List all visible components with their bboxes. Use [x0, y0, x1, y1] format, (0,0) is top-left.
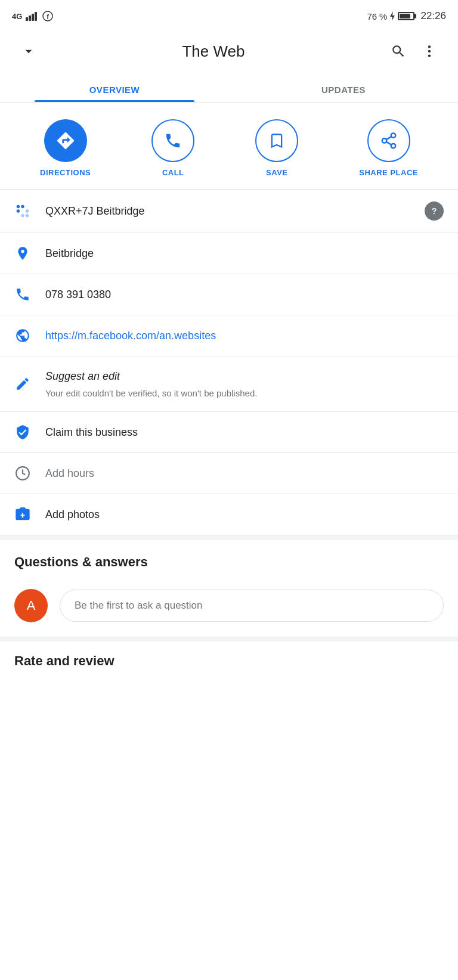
chevron-down-icon [21, 44, 36, 59]
directions-button[interactable]: DIRECTIONS [40, 119, 91, 177]
clock-svg [15, 466, 30, 481]
network-indicator: 4G [12, 12, 22, 21]
add-hours-text: Add hours [45, 466, 444, 482]
camera-plus-icon [14, 506, 31, 523]
section-divider-2 [0, 637, 458, 641]
location-icon [14, 245, 31, 262]
location-svg [15, 246, 30, 261]
top-bar: The Web [0, 31, 458, 75]
add-photos-text: Add photos [45, 507, 444, 523]
shield-check-icon [14, 424, 31, 441]
status-left: 4G f [12, 11, 53, 21]
info-list: QXXR+7J Beitbridge ? Beitbridge 078 391 … [0, 190, 458, 535]
questions-section: Questions & answers A [0, 540, 458, 637]
edit-svg [15, 376, 30, 392]
share-icon [380, 132, 398, 150]
qa-row: A [0, 579, 458, 637]
location-row[interactable]: Beitbridge [0, 233, 458, 274]
share-label: SHARE PLACE [359, 168, 418, 177]
battery-label: % [379, 11, 387, 21]
phone-icon [14, 286, 31, 303]
phone-text-block: 078 391 0380 [45, 287, 444, 303]
action-row: DIRECTIONS CALL SAVE SH [0, 103, 458, 190]
battery-icon [398, 12, 414, 20]
web-icon [14, 327, 31, 344]
avatar: A [14, 589, 48, 622]
save-button[interactable]: SAVE [255, 119, 298, 177]
svg-point-12 [391, 144, 395, 148]
phone-row[interactable]: 078 391 0380 [0, 274, 458, 315]
ask-question-input[interactable] [60, 590, 444, 622]
svg-point-7 [428, 45, 431, 48]
battery-percent: 76 [367, 11, 377, 21]
svg-point-17 [17, 209, 20, 212]
call-button[interactable]: CALL [151, 119, 194, 177]
add-photos-row[interactable]: Add photos [0, 494, 458, 535]
time: 22:26 [420, 10, 446, 22]
add-hours-row[interactable]: Add hours [0, 453, 458, 494]
svg-point-10 [391, 134, 395, 138]
add-hours-text-block: Add hours [45, 466, 444, 482]
claim-business-text-block: Claim this business [45, 424, 444, 441]
share-circle [367, 119, 410, 162]
signal-icon [26, 11, 39, 21]
claim-business-row[interactable]: Claim this business [0, 412, 458, 453]
phone-svg [15, 287, 30, 302]
edit-icon [14, 376, 31, 392]
svg-point-8 [428, 50, 431, 52]
bookmark-icon [268, 132, 285, 149]
svg-rect-3 [35, 12, 37, 21]
add-photos-text-block: Add photos [45, 507, 444, 523]
svg-text:f: f [47, 13, 49, 20]
back-button[interactable] [14, 37, 43, 66]
plus-code-row[interactable]: QXXR+7J Beitbridge ? [0, 190, 458, 233]
svg-point-16 [21, 205, 24, 208]
svg-point-20 [26, 214, 29, 217]
charging-icon [389, 11, 395, 21]
plus-code-text: QXXR+7J Beitbridge [45, 203, 410, 219]
svg-point-19 [21, 214, 24, 217]
rate-section: Rate and review [0, 641, 458, 678]
svg-point-9 [428, 54, 431, 57]
svg-line-14 [386, 137, 391, 139]
website-row[interactable]: https://m.facebook.com/an.websites [0, 315, 458, 356]
share-place-button[interactable]: SHARE PLACE [359, 119, 418, 177]
suggest-edit-text: Suggest an edit [45, 368, 444, 384]
svg-line-13 [386, 142, 391, 145]
location-text-block: Beitbridge [45, 246, 444, 262]
camera-plus-svg [14, 506, 31, 523]
more-options-button[interactable] [415, 37, 444, 66]
fb-icon: f [42, 11, 53, 21]
location-text: Beitbridge [45, 246, 444, 262]
search-icon [391, 44, 406, 59]
svg-rect-0 [26, 17, 28, 21]
shield-svg [15, 424, 30, 440]
plus-code-icon [14, 203, 31, 219]
suggest-edit-text-block: Suggest an edit Your edit couldn't be ve… [45, 368, 444, 399]
call-circle [151, 119, 194, 162]
directions-label: DIRECTIONS [40, 168, 91, 177]
page-title: The Web [43, 42, 384, 61]
plus-code-text-block: QXXR+7J Beitbridge [45, 203, 410, 219]
save-label: SAVE [266, 168, 287, 177]
help-icon[interactable]: ? [425, 201, 444, 221]
questions-header: Questions & answers [0, 540, 458, 579]
svg-point-15 [17, 205, 20, 208]
svg-rect-1 [29, 15, 31, 21]
status-bar: 4G f 76 % 22:26 [0, 0, 458, 31]
tab-bar: OVERVIEW UPDATES [0, 75, 458, 103]
svg-point-11 [382, 138, 386, 143]
website-text-block: https://m.facebook.com/an.websites [45, 328, 444, 344]
tab-overview[interactable]: OVERVIEW [0, 75, 229, 102]
directions-circle [44, 119, 87, 162]
tab-updates[interactable]: UPDATES [229, 75, 458, 102]
suggest-edit-subtext: Your edit couldn't be verified, so it wo… [45, 387, 444, 399]
status-right: 76 % 22:26 [367, 10, 446, 22]
section-divider-1 [0, 535, 458, 540]
suggest-edit-row[interactable]: Suggest an edit Your edit couldn't be ve… [0, 356, 458, 412]
save-circle [255, 119, 298, 162]
search-button[interactable] [384, 37, 413, 66]
call-icon [164, 132, 182, 150]
clock-icon [14, 465, 31, 482]
directions-icon [55, 131, 76, 151]
